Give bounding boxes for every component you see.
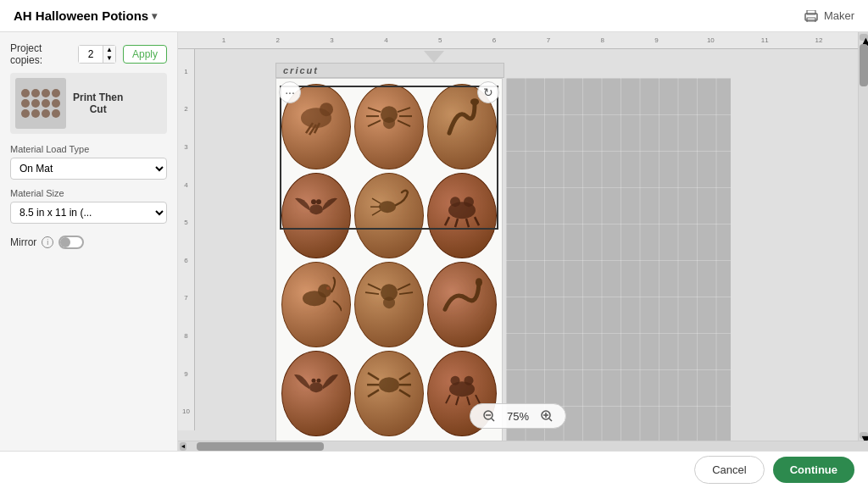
- apply-button[interactable]: Apply: [123, 45, 167, 64]
- circle-item: [281, 262, 351, 347]
- svg-point-43: [317, 379, 321, 383]
- zoom-out-icon: [482, 409, 496, 423]
- svg-line-39: [399, 292, 413, 294]
- ruler-tick: 4: [359, 36, 413, 44]
- svg-point-35: [383, 297, 395, 308]
- cricut-logo-text: cricut: [283, 65, 319, 75]
- thumb-dot: [31, 99, 40, 108]
- cutting-mat: [506, 78, 731, 441]
- ruler-tick: 5: [178, 203, 194, 241]
- svg-point-32: [318, 284, 331, 297]
- more-options-button[interactable]: ···: [279, 81, 301, 103]
- zoom-controls: 75%: [470, 403, 566, 429]
- thumb-dot: [52, 109, 60, 118]
- vertical-scrollbar[interactable]: ▲ ▼: [858, 32, 868, 441]
- rotate-button[interactable]: ↻: [477, 81, 499, 103]
- svg-line-15: [398, 120, 410, 126]
- scroll-up-arrow[interactable]: ▲: [860, 34, 868, 41]
- svg-line-30: [475, 217, 479, 225]
- mirror-toggle[interactable]: [58, 236, 84, 249]
- ruler-tick: 8: [178, 317, 194, 355]
- creature-snake2-icon: [437, 263, 487, 325]
- svg-line-54: [446, 395, 450, 403]
- header: AH Halloween Potions ▾ Maker: [0, 0, 868, 32]
- svg-point-40: [476, 278, 482, 286]
- scroll-thumb-horizontal[interactable]: [197, 442, 324, 451]
- copies-input[interactable]: [79, 46, 103, 63]
- ruler-tick: 7: [178, 280, 194, 318]
- sheet-controls-left: ···: [279, 81, 301, 103]
- svg-line-57: [476, 395, 480, 403]
- main-layout: Project copies: ▲ ▼ Apply: [0, 32, 868, 451]
- thumb-dot: [31, 109, 40, 118]
- copies-arrows: ▲ ▼: [103, 46, 115, 63]
- svg-point-42: [312, 379, 316, 383]
- copies-spinner: ▲ ▼: [78, 45, 116, 64]
- ruler-vertical: 1 2 3 4 5 6 7 8 9 10: [178, 49, 195, 430]
- thumb-dot: [42, 109, 50, 118]
- svg-line-55: [456, 396, 459, 405]
- scroll-left-arrow[interactable]: ◄: [180, 442, 186, 451]
- svg-line-13: [398, 108, 410, 112]
- mat-card: Print ThenCut: [10, 73, 167, 134]
- print-sheet: ··· ↻: [275, 78, 503, 441]
- svg-line-10: [368, 108, 381, 112]
- scroll-thumb-vertical[interactable]: [860, 44, 868, 86]
- svg-line-12: [368, 120, 381, 126]
- continue-button[interactable]: Continue: [773, 457, 854, 483]
- thumb-dot: [21, 89, 30, 97]
- svg-line-29: [466, 219, 469, 227]
- canvas-wrapper: 1 2 3 4 5 6 7 8 9 10 11 12: [178, 32, 868, 451]
- sidebar: Project copies: ▲ ▼ Apply: [0, 32, 178, 451]
- cancel-button[interactable]: Cancel: [694, 456, 764, 484]
- cricut-hook-icon: [424, 51, 444, 63]
- thumb-dot: [52, 99, 60, 108]
- svg-line-48: [399, 373, 410, 380]
- canvas-area[interactable]: 1 2 3 4 5 6 7 8 9 10 11 12: [178, 32, 858, 441]
- thumb-dot: [42, 89, 50, 97]
- scroll-down-arrow[interactable]: ▼: [860, 432, 868, 439]
- svg-line-23: [372, 210, 381, 215]
- thumb-dot: [52, 89, 60, 97]
- svg-point-4: [320, 103, 333, 116]
- sheet-controls-right: ↻: [477, 81, 499, 103]
- ruler-horizontal: 1 2 3 4 5 6 7 8 9 10 11 12: [178, 32, 858, 49]
- svg-point-17: [309, 204, 323, 214]
- ruler-tick: 9: [178, 355, 194, 393]
- info-icon[interactable]: i: [42, 236, 53, 248]
- material-size-select[interactable]: 8.5 in x 11 in (...: [10, 202, 167, 224]
- svg-line-50: [399, 390, 410, 396]
- creature-spider-icon: [364, 85, 415, 147]
- horizontal-scrollbar[interactable]: ◄: [178, 441, 868, 451]
- zoom-out-button[interactable]: [481, 408, 498, 424]
- svg-point-53: [465, 376, 474, 385]
- ruler-tick: 9: [630, 36, 684, 44]
- circle-item: [354, 351, 424, 436]
- creature-bat-icon: [291, 174, 342, 236]
- svg-point-9: [383, 117, 395, 129]
- svg-line-28: [455, 219, 458, 227]
- copies-down-button[interactable]: ▼: [103, 54, 115, 63]
- footer: Cancel Continue: [0, 451, 868, 488]
- printer-icon: [804, 10, 819, 22]
- svg-line-45: [368, 373, 379, 380]
- zoom-in-icon: [540, 409, 554, 423]
- copies-up-button[interactable]: ▲: [103, 46, 115, 54]
- svg-point-33: [326, 286, 330, 290]
- material-load-select[interactable]: On Mat: [10, 158, 167, 180]
- ruler-tick: 1: [197, 36, 251, 44]
- project-title[interactable]: AH Halloween Potions ▾: [14, 8, 157, 23]
- zoom-value: 75%: [503, 410, 533, 423]
- project-copies-label: Project copies:: [10, 42, 71, 66]
- circles-grid: [276, 79, 502, 441]
- ruler-tick: 6: [467, 36, 521, 44]
- creature-crab-icon: [364, 352, 415, 414]
- circle-item: [354, 173, 424, 258]
- circle-item: [427, 173, 497, 258]
- cricut-header-bar: cricut: [275, 63, 504, 78]
- zoom-in-button[interactable]: [538, 408, 555, 424]
- ruler-tick: 8: [576, 36, 630, 44]
- svg-point-26: [464, 197, 474, 207]
- svg-line-21: [372, 198, 381, 203]
- project-copies-row: Project copies: ▲ ▼ Apply: [10, 42, 167, 66]
